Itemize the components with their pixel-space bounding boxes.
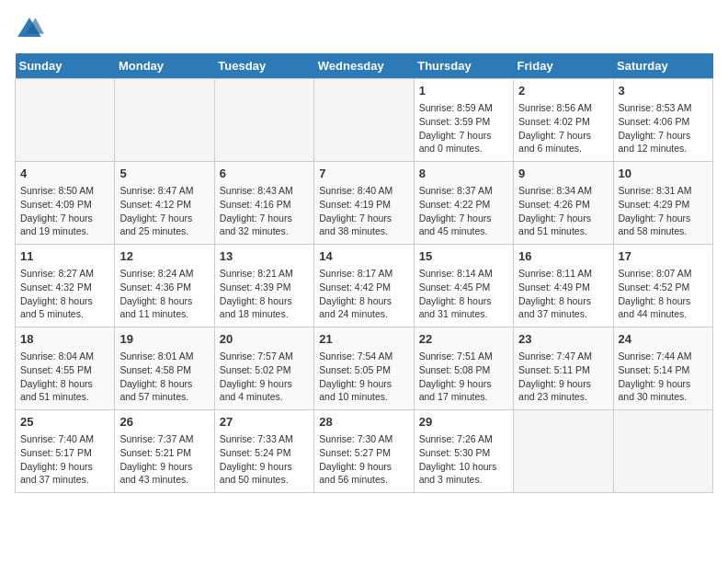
- weekday-header: Sunday: [16, 53, 115, 79]
- calendar-cell: 5Sunrise: 8:47 AM Sunset: 4:12 PM Daylig…: [115, 162, 214, 245]
- calendar-cell: 26Sunrise: 7:37 AM Sunset: 5:21 PM Dayli…: [115, 410, 214, 493]
- calendar-week-row: 1Sunrise: 8:59 AM Sunset: 3:59 PM Daylig…: [16, 79, 713, 162]
- day-info: Sunrise: 8:01 AM Sunset: 4:58 PM Dayligh…: [119, 350, 209, 404]
- calendar-cell: 4Sunrise: 8:50 AM Sunset: 4:09 PM Daylig…: [16, 162, 115, 245]
- day-info: Sunrise: 8:43 AM Sunset: 4:16 PM Dayligh…: [220, 184, 309, 238]
- day-info: Sunrise: 8:53 AM Sunset: 4:06 PM Dayligh…: [619, 101, 708, 155]
- day-number: 17: [619, 248, 708, 265]
- weekday-header: Wednesday: [314, 53, 414, 79]
- day-info: Sunrise: 7:33 AM Sunset: 5:24 PM Dayligh…: [220, 432, 309, 487]
- day-info: Sunrise: 7:54 AM Sunset: 5:05 PM Dayligh…: [319, 350, 408, 404]
- day-info: Sunrise: 8:56 AM Sunset: 4:02 PM Dayligh…: [518, 101, 608, 155]
- calendar-cell: 28Sunrise: 7:30 AM Sunset: 5:27 PM Dayli…: [314, 410, 414, 493]
- weekday-header: Monday: [115, 53, 214, 79]
- calendar-cell: 10Sunrise: 8:31 AM Sunset: 4:29 PM Dayli…: [613, 162, 712, 245]
- day-number: 10: [619, 166, 708, 182]
- calendar-cell: 8Sunrise: 8:37 AM Sunset: 4:22 PM Daylig…: [414, 162, 513, 245]
- calendar-cell: 29Sunrise: 7:26 AM Sunset: 5:30 PM Dayli…: [414, 410, 513, 493]
- calendar-cell: 27Sunrise: 7:33 AM Sunset: 5:24 PM Dayli…: [214, 410, 313, 493]
- day-info: Sunrise: 7:47 AM Sunset: 5:11 PM Dayligh…: [518, 350, 608, 404]
- day-info: Sunrise: 7:37 AM Sunset: 5:21 PM Dayligh…: [119, 432, 209, 487]
- calendar-cell: 24Sunrise: 7:44 AM Sunset: 5:14 PM Dayli…: [613, 327, 712, 410]
- day-info: Sunrise: 8:17 AM Sunset: 4:42 PM Dayligh…: [319, 267, 408, 321]
- day-number: 15: [419, 248, 508, 265]
- calendar-cell: 7Sunrise: 8:40 AM Sunset: 4:19 PM Daylig…: [314, 162, 414, 245]
- weekday-header: Tuesday: [214, 53, 313, 79]
- calendar-cell: 17Sunrise: 8:07 AM Sunset: 4:52 PM Dayli…: [613, 245, 712, 327]
- day-info: Sunrise: 8:47 AM Sunset: 4:12 PM Dayligh…: [119, 184, 209, 238]
- calendar-cell: [314, 79, 414, 162]
- calendar-cell: 23Sunrise: 7:47 AM Sunset: 5:11 PM Dayli…: [514, 327, 613, 410]
- day-number: 8: [419, 166, 508, 182]
- day-number: 13: [220, 248, 309, 265]
- day-number: 27: [220, 414, 309, 431]
- weekday-header: Friday: [514, 53, 613, 79]
- calendar-cell: 19Sunrise: 8:01 AM Sunset: 4:58 PM Dayli…: [115, 327, 214, 410]
- calendar-cell: 16Sunrise: 8:11 AM Sunset: 4:49 PM Dayli…: [514, 245, 613, 327]
- day-number: 7: [319, 166, 408, 182]
- day-info: Sunrise: 8:14 AM Sunset: 4:45 PM Dayligh…: [419, 267, 508, 321]
- logo: [15, 15, 48, 44]
- calendar-cell: 21Sunrise: 7:54 AM Sunset: 5:05 PM Dayli…: [314, 327, 414, 410]
- calendar-cell: [16, 79, 115, 162]
- logo-icon: [15, 15, 44, 44]
- day-number: 24: [619, 331, 708, 348]
- day-number: 26: [119, 414, 209, 431]
- calendar-week-row: 25Sunrise: 7:40 AM Sunset: 5:17 PM Dayli…: [16, 410, 713, 493]
- calendar-cell: 6Sunrise: 8:43 AM Sunset: 4:16 PM Daylig…: [214, 162, 313, 245]
- day-info: Sunrise: 8:21 AM Sunset: 4:39 PM Dayligh…: [220, 267, 309, 321]
- calendar-cell: 9Sunrise: 8:34 AM Sunset: 4:26 PM Daylig…: [514, 162, 613, 245]
- calendar-cell: 18Sunrise: 8:04 AM Sunset: 4:55 PM Dayli…: [16, 327, 115, 410]
- calendar-cell: [613, 410, 712, 493]
- calendar-cell: [214, 79, 313, 162]
- day-info: Sunrise: 7:30 AM Sunset: 5:27 PM Dayligh…: [319, 432, 408, 487]
- weekday-header-row: SundayMondayTuesdayWednesdayThursdayFrid…: [16, 53, 713, 79]
- day-info: Sunrise: 8:24 AM Sunset: 4:36 PM Dayligh…: [119, 267, 209, 321]
- header: [15, 15, 713, 44]
- day-number: 9: [518, 166, 608, 182]
- day-number: 2: [518, 83, 608, 99]
- day-info: Sunrise: 8:31 AM Sunset: 4:29 PM Dayligh…: [619, 184, 708, 238]
- calendar-week-row: 11Sunrise: 8:27 AM Sunset: 4:32 PM Dayli…: [16, 245, 713, 327]
- calendar-cell: 3Sunrise: 8:53 AM Sunset: 4:06 PM Daylig…: [613, 79, 712, 162]
- day-number: 19: [119, 331, 209, 348]
- day-info: Sunrise: 7:51 AM Sunset: 5:08 PM Dayligh…: [419, 350, 508, 404]
- day-number: 14: [319, 248, 408, 265]
- day-number: 4: [20, 166, 109, 182]
- day-number: 22: [419, 331, 508, 348]
- day-info: Sunrise: 8:11 AM Sunset: 4:49 PM Dayligh…: [518, 267, 608, 321]
- calendar-cell: 1Sunrise: 8:59 AM Sunset: 3:59 PM Daylig…: [414, 79, 513, 162]
- day-number: 11: [20, 248, 109, 265]
- calendar-cell: 22Sunrise: 7:51 AM Sunset: 5:08 PM Dayli…: [414, 327, 513, 410]
- day-number: 16: [518, 248, 608, 265]
- day-info: Sunrise: 8:27 AM Sunset: 4:32 PM Dayligh…: [20, 267, 109, 321]
- day-info: Sunrise: 8:40 AM Sunset: 4:19 PM Dayligh…: [319, 184, 408, 238]
- calendar-cell: 14Sunrise: 8:17 AM Sunset: 4:42 PM Dayli…: [314, 245, 414, 327]
- day-info: Sunrise: 7:57 AM Sunset: 5:02 PM Dayligh…: [220, 350, 309, 404]
- calendar-table: SundayMondayTuesdayWednesdayThursdayFrid…: [15, 53, 713, 493]
- day-info: Sunrise: 8:37 AM Sunset: 4:22 PM Dayligh…: [419, 184, 508, 238]
- day-info: Sunrise: 8:50 AM Sunset: 4:09 PM Dayligh…: [20, 184, 109, 238]
- day-number: 18: [20, 331, 109, 348]
- day-info: Sunrise: 8:04 AM Sunset: 4:55 PM Dayligh…: [20, 350, 109, 404]
- day-number: 6: [220, 166, 309, 182]
- day-info: Sunrise: 8:34 AM Sunset: 4:26 PM Dayligh…: [518, 184, 608, 238]
- calendar-cell: 2Sunrise: 8:56 AM Sunset: 4:02 PM Daylig…: [514, 79, 613, 162]
- day-info: Sunrise: 8:59 AM Sunset: 3:59 PM Dayligh…: [419, 101, 508, 155]
- calendar-cell: 25Sunrise: 7:40 AM Sunset: 5:17 PM Dayli…: [16, 410, 115, 493]
- calendar-cell: 15Sunrise: 8:14 AM Sunset: 4:45 PM Dayli…: [414, 245, 513, 327]
- day-info: Sunrise: 7:26 AM Sunset: 5:30 PM Dayligh…: [419, 432, 508, 487]
- calendar-week-row: 18Sunrise: 8:04 AM Sunset: 4:55 PM Dayli…: [16, 327, 713, 410]
- day-number: 23: [518, 331, 608, 348]
- day-number: 5: [119, 166, 209, 182]
- weekday-header: Saturday: [613, 53, 712, 79]
- calendar-cell: 13Sunrise: 8:21 AM Sunset: 4:39 PM Dayli…: [214, 245, 313, 327]
- weekday-header: Thursday: [414, 53, 513, 79]
- day-info: Sunrise: 7:44 AM Sunset: 5:14 PM Dayligh…: [619, 350, 708, 404]
- day-info: Sunrise: 7:40 AM Sunset: 5:17 PM Dayligh…: [20, 432, 109, 487]
- day-info: Sunrise: 8:07 AM Sunset: 4:52 PM Dayligh…: [619, 267, 708, 321]
- day-number: 20: [220, 331, 309, 348]
- day-number: 29: [419, 414, 508, 431]
- day-number: 12: [119, 248, 209, 265]
- calendar-cell: [514, 410, 613, 493]
